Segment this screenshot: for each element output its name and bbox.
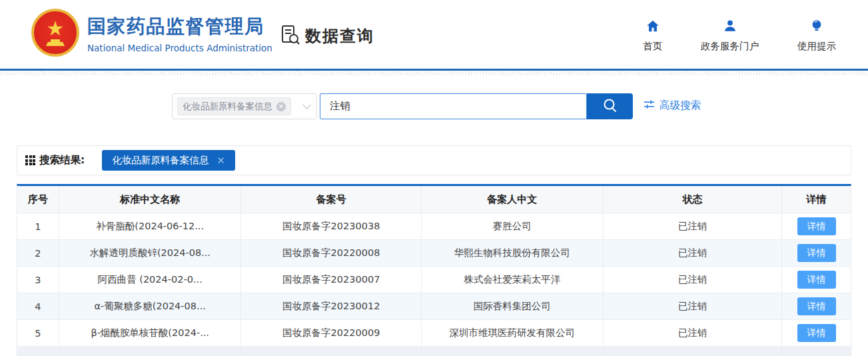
table-row: 1 补骨脂酚(2024-06-12... 国妆原备字20230038 赛胜公司 …	[17, 213, 851, 240]
nav-label: 政务服务门户	[701, 40, 759, 53]
cell-no: 4	[17, 293, 59, 320]
cell-name: 阿西曲普 (2024-02-0...	[59, 267, 242, 293]
column-header-name: 标准中文名称	[59, 186, 242, 213]
bulb-icon	[809, 19, 824, 36]
column-header-status: 状态	[604, 186, 783, 213]
cell-registrant: 株式会社爱茉莉太平洋	[422, 267, 604, 293]
cell-reg-no: 国妆原备字20230038	[241, 213, 422, 240]
cell-registrant: 国际香料集团公司	[422, 293, 604, 320]
cell-registrant: 赛胜公司	[422, 213, 604, 240]
nav-label: 使用提示	[797, 40, 836, 53]
column-header-no: 序号	[17, 186, 59, 213]
advanced-search-label: 高级搜索	[659, 99, 701, 113]
cell-no: 1	[17, 213, 59, 240]
results-bar: 搜索结果: 化妆品新原料备案信息 ✕	[17, 145, 851, 175]
category-select[interactable]: 化妆品新原料备案信息 ✕	[172, 93, 317, 119]
results-filter-tag: 化妆品新原料备案信息 ✕	[102, 150, 235, 171]
partial-next-row	[17, 347, 851, 356]
cell-status: 已注销	[604, 320, 783, 347]
header-nav: 首页 政务服务门户 使用提示	[643, 19, 836, 53]
cell-name: 水解透明质酸锌(2024-08...	[59, 240, 242, 267]
search-button[interactable]	[587, 93, 633, 119]
grid-icon	[25, 155, 35, 165]
table-row: 2 水解透明质酸锌(2024-08... 国妆原备字20220008 华熙生物科…	[17, 240, 851, 267]
nav-label: 首页	[643, 40, 662, 53]
cell-reg-no: 国妆原备字20230007	[241, 267, 422, 293]
search-icon	[602, 97, 619, 116]
emblem-gate-icon	[46, 39, 65, 46]
nav-item-home[interactable]: 首页	[643, 19, 662, 53]
chevron-down-icon	[302, 101, 311, 109]
category-tag-label: 化妆品新原料备案信息	[183, 101, 272, 113]
cell-name: 补骨脂酚(2024-06-12...	[59, 213, 242, 240]
detail-button[interactable]: 详情	[797, 271, 836, 289]
cell-status: 已注销	[604, 240, 783, 267]
category-tag-close-icon[interactable]: ✕	[276, 102, 286, 111]
cell-status: 已注销	[604, 293, 783, 320]
table-row: 4 α-葡聚糖多糖(2024-08... 国妆原备字20230012 国际香料集…	[17, 293, 851, 320]
column-header-detail: 详情	[782, 186, 851, 213]
results-label: 搜索结果:	[39, 153, 85, 167]
results-table-header: 序号 标准中文名称 备案号 备案人中文 状态 详情	[17, 186, 851, 213]
table-row: 5 β-烟酰胺单核苷酸(2024-... 国妆原备字20220009 深圳市维琪…	[17, 320, 851, 347]
advanced-search-link[interactable]: 高级搜索	[644, 99, 701, 113]
cell-no: 2	[17, 240, 59, 267]
cell-name: α-葡聚糖多糖(2024-08...	[59, 293, 242, 320]
emblem-star-icon: ★	[47, 19, 65, 39]
column-header-registrant: 备案人中文	[422, 186, 604, 213]
detail-button[interactable]: 详情	[797, 217, 836, 235]
org-title-block: 国家药品监督管理局 National Medical Products Admi…	[87, 14, 272, 53]
cell-reg-no: 国妆原备字20220008	[241, 240, 422, 267]
column-header-reg-no: 备案号	[241, 186, 422, 213]
table-row: 3 阿西曲普 (2024-02-0... 国妆原备字20230007 株式会社爱…	[17, 267, 851, 293]
filter-sliders-icon	[644, 99, 655, 113]
nav-item-usage-tips[interactable]: 使用提示	[797, 19, 836, 53]
org-name-cn: 国家药品监督管理局	[87, 14, 272, 39]
page-header: ★ 国家药品监督管理局 National Medical Products Ad…	[0, 0, 868, 69]
home-icon	[646, 19, 660, 36]
results-filter-tag-close-icon[interactable]: ✕	[217, 155, 225, 167]
cell-status: 已注销	[604, 213, 783, 240]
cell-no: 3	[17, 267, 59, 293]
user-icon	[723, 19, 737, 36]
cell-name: β-烟酰胺单核苷酸(2024-...	[59, 320, 242, 347]
org-name-en: National Medical Products Administration	[87, 43, 272, 53]
results-table: 序号 标准中文名称 备案号 备案人中文 状态 详情 1 补骨脂酚(2024-06…	[17, 184, 851, 356]
national-emblem-logo: ★	[31, 9, 79, 57]
results-filter-tag-label: 化妆品新原料备案信息	[112, 154, 209, 167]
results-table-body: 1 补骨脂酚(2024-06-12... 国妆原备字20230038 赛胜公司 …	[17, 213, 851, 347]
cell-no: 5	[17, 320, 59, 347]
cell-reg-no: 国妆原备字20230012	[241, 293, 422, 320]
detail-button[interactable]: 详情	[797, 297, 836, 315]
cell-registrant: 深圳市维琪医药研发有限公司	[422, 320, 604, 347]
app-title: 数据查询	[279, 24, 374, 48]
cell-reg-no: 国妆原备字20220009	[241, 320, 422, 347]
category-tag: 化妆品新原料备案信息 ✕	[177, 97, 291, 115]
hatch-texture-band	[0, 71, 868, 75]
data-query-icon	[279, 24, 300, 48]
detail-button[interactable]: 详情	[797, 324, 836, 342]
nav-item-service-portal[interactable]: 政务服务门户	[701, 19, 759, 53]
cell-status: 已注销	[604, 267, 783, 293]
search-input[interactable]	[320, 93, 587, 119]
cell-registrant: 华熙生物科技股份有限公司	[422, 240, 604, 267]
app-title-text: 数据查询	[305, 25, 374, 47]
detail-button[interactable]: 详情	[797, 244, 836, 262]
